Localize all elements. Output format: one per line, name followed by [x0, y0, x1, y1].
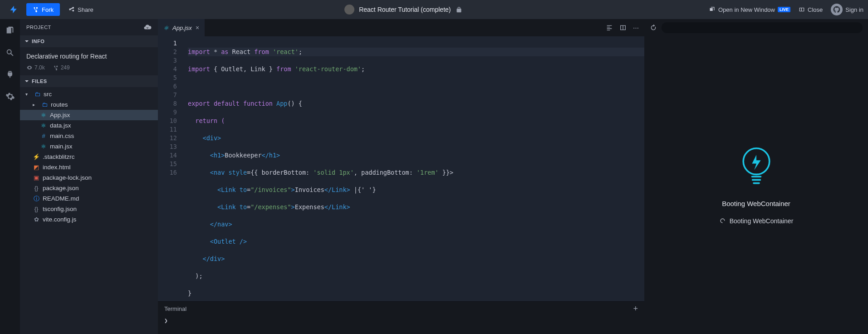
file-main-jsx[interactable]: ⚛ main.jsx — [20, 141, 158, 152]
boot-title: Booting WebContainer — [722, 200, 790, 207]
live-badge: LIVE — [778, 7, 790, 12]
npm-lock-icon: ▣ — [33, 174, 40, 181]
info-body: Declarative routing for React 7.0k 249 — [20, 47, 158, 75]
gear-icon: ✿ — [33, 216, 40, 223]
more-actions-icon[interactable]: ⋯ — [633, 25, 639, 31]
file-vite-config[interactable]: ✿ vite.config.js — [20, 214, 158, 225]
file-package-json[interactable]: {} package.json — [20, 183, 158, 193]
file-app-jsx[interactable]: ⚛ App.jsx — [20, 110, 158, 120]
explorer-icon[interactable] — [5, 25, 15, 36]
preview-url-bar[interactable] — [662, 22, 863, 33]
reload-icon[interactable] — [650, 24, 657, 31]
project-description: Declarative routing for React — [26, 53, 152, 60]
react-icon: ⚛ — [40, 122, 47, 129]
activity-bar — [0, 19, 20, 334]
topbar-right: Open in New Window LIVE Close Sign in — [709, 4, 863, 15]
github-icon — [831, 4, 843, 15]
code-content[interactable]: import * as React from 'react'; import {… — [183, 36, 644, 301]
fork-icon — [53, 65, 59, 71]
stackblitz-logo[interactable] — [5, 0, 23, 19]
main-layout: PROJECT INFO Declarative routing for Rea… — [0, 19, 868, 334]
info-section-header[interactable]: INFO — [20, 35, 158, 47]
close-button[interactable]: Close — [799, 6, 823, 13]
windows-icon — [709, 6, 716, 13]
forks-stat: 249 — [53, 64, 70, 71]
folder-src[interactable]: ▾🗀 src — [20, 89, 158, 99]
boot-status: Booting WebContainer — [719, 217, 794, 225]
file-readme[interactable]: ⓘ README.md — [20, 193, 158, 204]
chevron-down-icon — [25, 79, 29, 84]
code-editor[interactable]: 1 2 3 4 5 6 7 8 9 10 11 12 13 14 15 16 i… — [158, 36, 644, 301]
editor-column: ⚛ App.jsx × ⋯ 1 2 3 4 5 6 7 8 9 — [158, 19, 644, 334]
react-icon: ⚛ — [40, 112, 47, 118]
file-index-html[interactable]: ◩ index.html — [20, 162, 158, 172]
react-icon: ⚛ — [40, 143, 47, 150]
settings-icon[interactable] — [5, 91, 15, 102]
format-icon[interactable] — [606, 24, 613, 31]
close-panel-icon — [799, 6, 805, 13]
terminal-body[interactable]: ❯ — [158, 315, 644, 326]
signin-button[interactable]: Sign in — [831, 4, 863, 15]
editor-tabs: ⚛ App.jsx × ⋯ — [158, 19, 644, 36]
open-new-window-button[interactable]: Open in New Window LIVE — [709, 6, 790, 13]
terminal-panel: Terminal + ❯ — [158, 301, 644, 334]
share-button[interactable]: Share — [64, 3, 98, 16]
spinner-icon — [719, 217, 726, 224]
close-tab-icon[interactable]: × — [196, 24, 199, 31]
editor-actions: ⋯ — [606, 24, 644, 31]
file-stackblitzrc[interactable]: ⚡ .stackblitzrc — [20, 152, 158, 162]
lightbulb-icon — [740, 146, 773, 190]
sidebar: PROJECT INFO Declarative routing for Rea… — [20, 19, 158, 334]
eye-icon — [26, 64, 33, 71]
files-section-header[interactable]: FILES — [20, 75, 158, 87]
project-label: PROJECT — [26, 25, 51, 30]
file-main-css[interactable]: # main.css — [20, 131, 158, 141]
folder-icon: 🗀 — [41, 101, 48, 108]
bolt-icon: ⚡ — [33, 153, 40, 160]
split-editor-icon[interactable] — [619, 24, 627, 31]
preview-body: Booting WebContainer Booting WebContaine… — [644, 36, 868, 334]
info-icon: ⓘ — [33, 195, 40, 203]
html-icon: ◩ — [33, 164, 40, 171]
cloud-download-icon[interactable] — [143, 23, 152, 31]
preview-column: Booting WebContainer Booting WebContaine… — [644, 19, 868, 334]
fork-button[interactable]: Fork — [26, 3, 60, 16]
chevron-down-icon — [25, 39, 29, 44]
file-data-jsx[interactable]: ⚛ data.jsx — [20, 120, 158, 131]
ports-icon[interactable] — [5, 69, 15, 80]
fork-label: Fork — [42, 6, 54, 13]
json-icon: {} — [33, 206, 40, 212]
terminal-title[interactable]: Terminal — [164, 305, 186, 312]
file-tree: ▾🗀 src ▸🗀 routes ⚛ App.jsx ⚛ data.jsx # … — [20, 87, 158, 226]
file-tsconfig[interactable]: {} tsconfig.json — [20, 204, 158, 214]
preview-toolbar — [644, 19, 868, 36]
views-stat: 7.0k — [26, 64, 45, 71]
share-label: Share — [78, 6, 93, 13]
unlock-icon[interactable] — [456, 6, 462, 13]
search-icon[interactable] — [5, 47, 15, 58]
avatar[interactable] — [344, 5, 354, 15]
sidebar-header: PROJECT — [20, 19, 158, 35]
tab-app-jsx[interactable]: ⚛ App.jsx × — [158, 19, 205, 36]
file-package-lock[interactable]: ▣ package-lock.json — [20, 172, 158, 183]
topbar: Fork Share React Router Tutorial (comple… — [0, 0, 868, 19]
css-icon: # — [40, 133, 47, 139]
line-gutter: 1 2 3 4 5 6 7 8 9 10 11 12 13 14 15 16 — [158, 36, 183, 301]
add-terminal-icon[interactable]: + — [633, 304, 638, 314]
share-icon — [68, 6, 75, 13]
folder-open-icon: 🗀 — [34, 91, 41, 98]
fork-icon — [33, 6, 39, 13]
json-icon: {} — [33, 185, 40, 192]
project-title[interactable]: React Router Tutorial (complete) — [359, 6, 451, 13]
topbar-center: React Router Tutorial (complete) — [102, 5, 705, 15]
react-icon: ⚛ — [163, 25, 169, 31]
folder-routes[interactable]: ▸🗀 routes — [20, 99, 158, 110]
